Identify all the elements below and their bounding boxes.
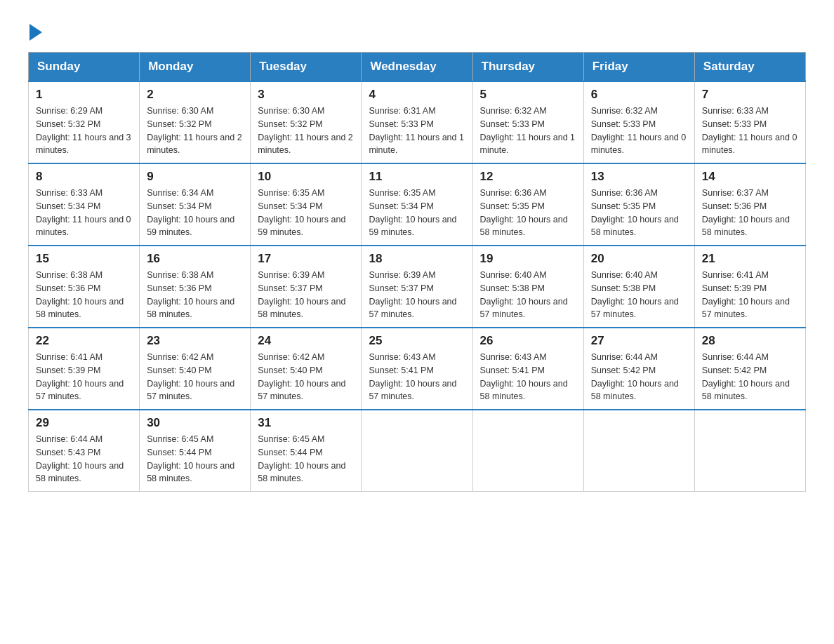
day-info: Sunrise: 6:42 AMSunset: 5:40 PMDaylight:…	[258, 351, 354, 403]
day-number: 29	[36, 416, 132, 430]
calendar-cell	[694, 410, 805, 492]
day-info: Sunrise: 6:39 AMSunset: 5:37 PMDaylight:…	[258, 269, 354, 321]
day-number: 20	[591, 252, 687, 266]
calendar-cell: 11Sunrise: 6:35 AMSunset: 5:34 PMDayligh…	[362, 163, 472, 246]
calendar-header-thursday: Thursday	[472, 53, 583, 82]
day-info: Sunrise: 6:38 AMSunset: 5:36 PMDaylight:…	[36, 269, 132, 321]
calendar-header-saturday: Saturday	[694, 53, 805, 82]
calendar-table: SundayMondayTuesdayWednesdayThursdayFrid…	[28, 52, 806, 492]
day-info: Sunrise: 6:29 AMSunset: 5:32 PMDaylight:…	[36, 105, 132, 157]
day-number: 19	[480, 252, 576, 266]
day-info: Sunrise: 6:32 AMSunset: 5:33 PMDaylight:…	[480, 105, 576, 157]
calendar-cell: 27Sunrise: 6:44 AMSunset: 5:42 PMDayligh…	[583, 328, 694, 410]
day-info: Sunrise: 6:38 AMSunset: 5:36 PMDaylight:…	[147, 269, 243, 321]
day-number: 28	[702, 334, 798, 348]
calendar-week-3: 15Sunrise: 6:38 AMSunset: 5:36 PMDayligh…	[29, 246, 806, 328]
day-number: 25	[369, 334, 465, 348]
calendar-cell: 29Sunrise: 6:44 AMSunset: 5:43 PMDayligh…	[29, 410, 140, 492]
calendar-header-sunday: Sunday	[29, 53, 140, 82]
calendar-header-friday: Friday	[583, 53, 694, 82]
calendar-cell: 24Sunrise: 6:42 AMSunset: 5:40 PMDayligh…	[251, 328, 362, 410]
day-number: 27	[591, 334, 687, 348]
day-number: 12	[480, 170, 576, 184]
day-info: Sunrise: 6:31 AMSunset: 5:33 PMDaylight:…	[369, 105, 465, 157]
day-info: Sunrise: 6:33 AMSunset: 5:34 PMDaylight:…	[36, 187, 132, 239]
day-info: Sunrise: 6:40 AMSunset: 5:38 PMDaylight:…	[480, 269, 576, 321]
day-info: Sunrise: 6:33 AMSunset: 5:33 PMDaylight:…	[702, 105, 798, 157]
day-number: 7	[702, 88, 798, 102]
calendar-cell: 28Sunrise: 6:44 AMSunset: 5:42 PMDayligh…	[694, 328, 805, 410]
day-number: 23	[147, 334, 243, 348]
calendar-cell: 17Sunrise: 6:39 AMSunset: 5:37 PMDayligh…	[251, 246, 362, 328]
day-number: 15	[36, 252, 132, 266]
calendar-cell: 12Sunrise: 6:36 AMSunset: 5:35 PMDayligh…	[472, 163, 583, 246]
day-info: Sunrise: 6:44 AMSunset: 5:43 PMDaylight:…	[36, 433, 132, 485]
day-number: 13	[591, 170, 687, 184]
calendar-cell: 6Sunrise: 6:32 AMSunset: 5:33 PMDaylight…	[583, 81, 694, 163]
calendar-week-4: 22Sunrise: 6:41 AMSunset: 5:39 PMDayligh…	[29, 328, 806, 410]
day-info: Sunrise: 6:30 AMSunset: 5:32 PMDaylight:…	[258, 105, 354, 157]
day-number: 16	[147, 252, 243, 266]
day-info: Sunrise: 6:37 AMSunset: 5:36 PMDaylight:…	[702, 187, 798, 239]
calendar-cell: 22Sunrise: 6:41 AMSunset: 5:39 PMDayligh…	[29, 328, 140, 410]
day-info: Sunrise: 6:30 AMSunset: 5:32 PMDaylight:…	[147, 105, 243, 157]
day-number: 5	[480, 88, 576, 102]
calendar-week-1: 1Sunrise: 6:29 AMSunset: 5:32 PMDaylight…	[29, 81, 806, 163]
day-info: Sunrise: 6:34 AMSunset: 5:34 PMDaylight:…	[147, 187, 243, 239]
day-info: Sunrise: 6:39 AMSunset: 5:37 PMDaylight:…	[369, 269, 465, 321]
calendar-cell: 8Sunrise: 6:33 AMSunset: 5:34 PMDaylight…	[29, 163, 140, 246]
calendar-cell: 13Sunrise: 6:36 AMSunset: 5:35 PMDayligh…	[583, 163, 694, 246]
calendar-cell: 3Sunrise: 6:30 AMSunset: 5:32 PMDaylight…	[251, 81, 362, 163]
calendar-cell: 4Sunrise: 6:31 AMSunset: 5:33 PMDaylight…	[362, 81, 472, 163]
calendar-cell: 30Sunrise: 6:45 AMSunset: 5:44 PMDayligh…	[140, 410, 251, 492]
logo	[28, 21, 44, 38]
day-info: Sunrise: 6:43 AMSunset: 5:41 PMDaylight:…	[480, 351, 576, 403]
day-info: Sunrise: 6:44 AMSunset: 5:42 PMDaylight:…	[702, 351, 798, 403]
calendar-cell: 2Sunrise: 6:30 AMSunset: 5:32 PMDaylight…	[140, 81, 251, 163]
day-number: 31	[258, 416, 354, 430]
calendar-cell: 16Sunrise: 6:38 AMSunset: 5:36 PMDayligh…	[140, 246, 251, 328]
day-info: Sunrise: 6:36 AMSunset: 5:35 PMDaylight:…	[480, 187, 576, 239]
day-info: Sunrise: 6:45 AMSunset: 5:44 PMDaylight:…	[258, 433, 354, 485]
day-number: 18	[369, 252, 465, 266]
calendar-cell: 14Sunrise: 6:37 AMSunset: 5:36 PMDayligh…	[694, 163, 805, 246]
calendar-cell: 31Sunrise: 6:45 AMSunset: 5:44 PMDayligh…	[251, 410, 362, 492]
day-number: 10	[258, 170, 354, 184]
day-number: 30	[147, 416, 243, 430]
day-info: Sunrise: 6:41 AMSunset: 5:39 PMDaylight:…	[36, 351, 132, 403]
day-info: Sunrise: 6:32 AMSunset: 5:33 PMDaylight:…	[591, 105, 687, 157]
day-number: 8	[36, 170, 132, 184]
logo-arrow-icon	[29, 24, 42, 41]
day-info: Sunrise: 6:35 AMSunset: 5:34 PMDaylight:…	[369, 187, 465, 239]
calendar-cell: 23Sunrise: 6:42 AMSunset: 5:40 PMDayligh…	[140, 328, 251, 410]
day-number: 26	[480, 334, 576, 348]
calendar-cell	[583, 410, 694, 492]
day-number: 2	[147, 88, 243, 102]
calendar-cell	[472, 410, 583, 492]
day-info: Sunrise: 6:45 AMSunset: 5:44 PMDaylight:…	[147, 433, 243, 485]
calendar-header-wednesday: Wednesday	[362, 53, 472, 82]
day-number: 11	[369, 170, 465, 184]
day-number: 9	[147, 170, 243, 184]
calendar-cell: 26Sunrise: 6:43 AMSunset: 5:41 PMDayligh…	[472, 328, 583, 410]
page-header	[28, 21, 806, 38]
day-info: Sunrise: 6:43 AMSunset: 5:41 PMDaylight:…	[369, 351, 465, 403]
day-number: 21	[702, 252, 798, 266]
day-number: 1	[36, 88, 132, 102]
day-number: 14	[702, 170, 798, 184]
calendar-cell: 19Sunrise: 6:40 AMSunset: 5:38 PMDayligh…	[472, 246, 583, 328]
calendar-week-5: 29Sunrise: 6:44 AMSunset: 5:43 PMDayligh…	[29, 410, 806, 492]
day-number: 6	[591, 88, 687, 102]
calendar-cell: 7Sunrise: 6:33 AMSunset: 5:33 PMDaylight…	[694, 81, 805, 163]
day-number: 4	[369, 88, 465, 102]
calendar-cell: 9Sunrise: 6:34 AMSunset: 5:34 PMDaylight…	[140, 163, 251, 246]
day-info: Sunrise: 6:42 AMSunset: 5:40 PMDaylight:…	[147, 351, 243, 403]
calendar-cell	[362, 410, 472, 492]
calendar-cell: 1Sunrise: 6:29 AMSunset: 5:32 PMDaylight…	[29, 81, 140, 163]
day-number: 22	[36, 334, 132, 348]
calendar-header-tuesday: Tuesday	[251, 53, 362, 82]
day-info: Sunrise: 6:40 AMSunset: 5:38 PMDaylight:…	[591, 269, 687, 321]
day-number: 3	[258, 88, 354, 102]
day-info: Sunrise: 6:36 AMSunset: 5:35 PMDaylight:…	[591, 187, 687, 239]
calendar-header-monday: Monday	[140, 53, 251, 82]
